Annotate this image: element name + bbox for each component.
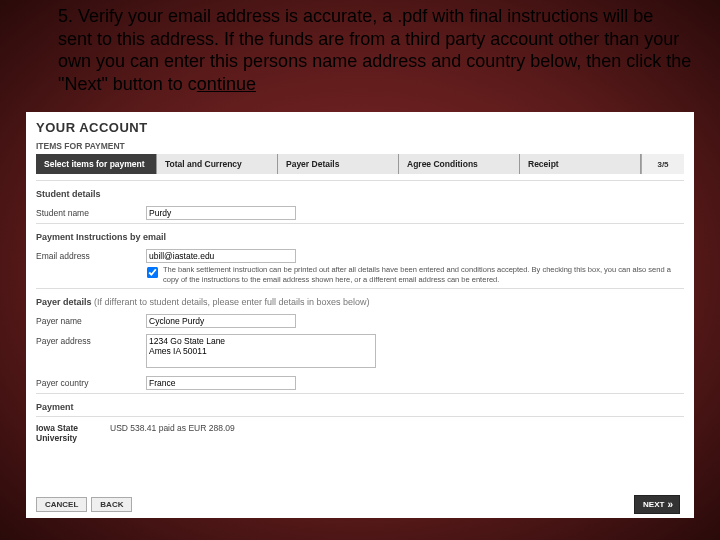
wizard-steps: Select items for payment Total and Curre…: [36, 154, 684, 174]
next-button-label: NEXT: [643, 500, 664, 509]
slide-root: 5. Verify your email address is accurate…: [0, 0, 720, 540]
footer-buttons: CANCEL BACK NEXT »: [36, 495, 684, 514]
wizard-step-select-items[interactable]: Select items for payment: [36, 154, 157, 174]
input-payer-country[interactable]: [146, 376, 296, 390]
section-payer-details-hint: (If differant to student details, please…: [94, 297, 370, 307]
section-payment: Payment: [36, 393, 684, 416]
section-payment-instructions: Payment Instructions by email: [36, 223, 684, 246]
section-student-details: Student details: [36, 180, 684, 203]
row-payer-address: Payer address 1234 Go State Lane Ames IA…: [36, 331, 684, 373]
checkbox-send-copy-text: The bank settlement instruction can be p…: [163, 265, 684, 285]
payment-amount: USD 538.41 paid as EUR 288.09: [110, 423, 235, 443]
wizard-step-payer-details[interactable]: Payer Details: [278, 154, 399, 174]
instruction-text: 5. Verify your email address is accurate…: [58, 5, 692, 95]
wizard-page-indicator: 3/5: [641, 154, 684, 174]
items-for-payment-label: ITEMS FOR PAYMENT: [36, 141, 684, 151]
textarea-payer-address[interactable]: 1234 Go State Lane Ames IA 50011: [146, 334, 376, 368]
label-payer-address: Payer address: [36, 334, 146, 346]
input-email[interactable]: [146, 249, 296, 263]
cancel-button[interactable]: CANCEL: [36, 497, 87, 512]
account-heading: YOUR ACCOUNT: [36, 120, 684, 135]
label-payer-name: Payer name: [36, 314, 146, 326]
input-student-name[interactable]: [146, 206, 296, 220]
input-payer-name[interactable]: [146, 314, 296, 328]
row-student-name: Student name: [36, 203, 684, 223]
payment-block: Iowa State University USD 538.41 paid as…: [36, 416, 684, 443]
payment-university: Iowa State University: [36, 423, 96, 443]
wizard-step-agree-conditions[interactable]: Agree Conditions: [399, 154, 520, 174]
row-email: Email address The bank settlement instru…: [36, 246, 684, 288]
checkbox-send-copy[interactable]: [147, 267, 158, 278]
label-student-name: Student name: [36, 206, 146, 218]
wizard-step-total-currency[interactable]: Total and Currency: [157, 154, 278, 174]
section-payer-details-title: Payer details: [36, 297, 92, 307]
back-button[interactable]: BACK: [91, 497, 132, 512]
account-panel: YOUR ACCOUNT ITEMS FOR PAYMENT Select it…: [26, 112, 694, 518]
label-email: Email address: [36, 249, 146, 261]
next-button[interactable]: NEXT »: [634, 495, 680, 514]
label-payer-country: Payer country: [36, 376, 146, 388]
row-email-checkbox: The bank settlement instruction can be p…: [146, 265, 684, 285]
row-payer-name: Payer name: [36, 311, 684, 331]
chevron-right-icon: »: [667, 499, 671, 510]
row-payer-country: Payer country: [36, 373, 684, 393]
section-payer-details: Payer details (If differant to student d…: [36, 288, 684, 311]
wizard-step-receipt[interactable]: Receipt: [520, 154, 641, 174]
